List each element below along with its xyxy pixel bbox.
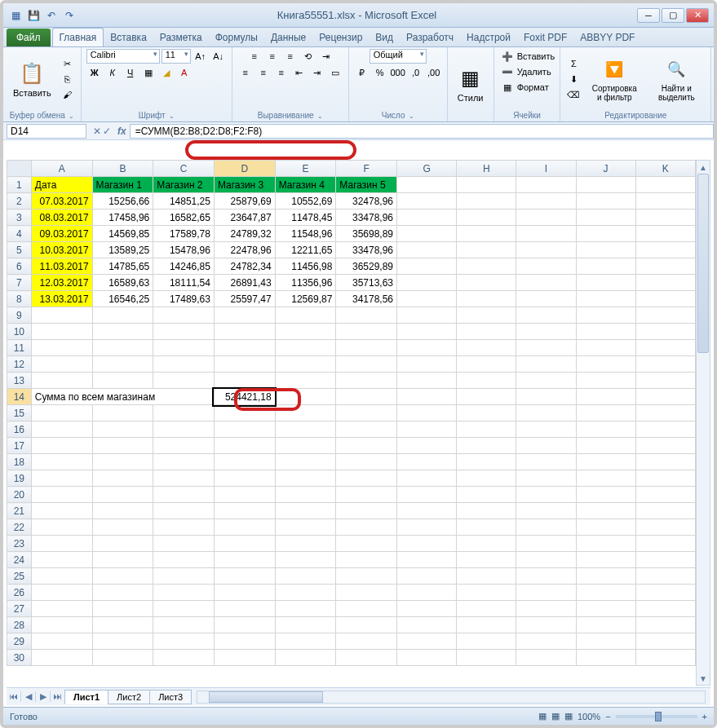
cell[interactable]: 11.03.2017 — [31, 258, 92, 275]
cell[interactable]: 15478,96 — [153, 242, 215, 258]
col-E[interactable]: E — [275, 161, 336, 177]
sheet-tab-2[interactable]: Лист2 — [108, 690, 150, 704]
cell[interactable]: 12211,65 — [275, 242, 336, 258]
col-D[interactable]: D — [214, 161, 275, 177]
cell[interactable]: Дата — [31, 177, 92, 193]
clear-icon[interactable]: ⌫ — [565, 87, 582, 102]
cell[interactable]: 11356,96 — [275, 275, 336, 291]
tab-layout[interactable]: Разметка — [153, 29, 209, 46]
file-tab[interactable]: Файл — [7, 29, 51, 46]
cell[interactable]: 25879,69 — [214, 193, 275, 210]
fill-icon[interactable]: ⬇ — [565, 72, 582, 86]
align-right-icon[interactable]: ≡ — [273, 65, 290, 80]
align-top-icon[interactable]: ≡ — [246, 49, 263, 64]
cell[interactable]: 16582,65 — [153, 210, 215, 226]
scroll-down-icon[interactable]: ▼ — [697, 672, 710, 685]
styles-button[interactable]: ▦ Стили — [453, 64, 489, 104]
tab-view[interactable]: Вид — [369, 29, 400, 46]
grow-font-icon[interactable]: A↑ — [193, 49, 209, 64]
cell[interactable]: 11456,98 — [275, 258, 336, 275]
cell[interactable]: 12.03.2017 — [31, 275, 92, 291]
sum-value-cell[interactable]: 524421,18 — [214, 389, 275, 405]
indent-dec-icon[interactable]: ⇤ — [291, 65, 308, 80]
enter-formula-icon[interactable]: ✓ — [103, 126, 111, 137]
format-icon[interactable]: ▦ — [499, 80, 516, 95]
cell[interactable]: 13589,25 — [92, 242, 153, 258]
view-break-icon[interactable]: ▦ — [564, 711, 573, 721]
col-I[interactable]: I — [516, 161, 576, 177]
name-box[interactable]: D14 — [7, 124, 86, 139]
cell[interactable]: 36529,89 — [336, 258, 397, 275]
close-button[interactable]: ✕ — [686, 8, 709, 23]
prev-sheet-icon[interactable]: ◀ — [21, 691, 36, 702]
worksheet-area[interactable]: A B C D E F G H I J K 1 Дата Магазин 1 М… — [7, 160, 696, 686]
merge-icon[interactable]: ▭ — [327, 65, 343, 80]
cell[interactable]: 14569,85 — [92, 226, 153, 242]
minimize-button[interactable]: ─ — [637, 8, 660, 23]
cell[interactable]: 09.03.2017 — [31, 226, 92, 242]
align-middle-icon[interactable]: ≡ — [264, 49, 281, 64]
cell[interactable]: 11548,96 — [275, 226, 336, 242]
tab-insert[interactable]: Вставка — [104, 29, 153, 46]
formula-input[interactable]: =СУММ(B2:B8;D2:D8;F2:F8) — [130, 124, 714, 139]
cell[interactable]: 14246,85 — [153, 258, 215, 275]
inc-decimal-icon[interactable]: ,0 — [408, 65, 424, 80]
cell[interactable]: Магазин 2 — [153, 177, 215, 193]
comma-icon[interactable]: 000 — [390, 65, 406, 80]
tab-formulas[interactable]: Формулы — [209, 29, 264, 46]
find-select-button[interactable]: 🔍 Найти и выделить — [647, 55, 706, 104]
cell[interactable]: 12569,87 — [275, 291, 336, 307]
cell[interactable]: 18111,54 — [153, 275, 215, 291]
next-sheet-icon[interactable]: ▶ — [36, 691, 51, 702]
cell[interactable]: 25597,47 — [214, 291, 275, 307]
col-J[interactable]: J — [576, 161, 635, 177]
bold-icon[interactable]: Ж — [86, 65, 103, 80]
align-left-icon[interactable]: ≡ — [237, 65, 254, 80]
cell[interactable]: 14851,25 — [153, 193, 215, 210]
tab-developer[interactable]: Разработч — [400, 29, 460, 46]
vertical-scrollbar[interactable]: ▲ ▼ — [696, 160, 710, 686]
zoom-slider[interactable] — [616, 715, 697, 718]
fill-color-icon[interactable]: ◢ — [158, 65, 175, 80]
tab-data[interactable]: Данные — [264, 29, 312, 46]
delete-icon[interactable]: ➖ — [499, 64, 516, 79]
hscroll-thumb[interactable] — [209, 691, 323, 703]
zoom-level[interactable]: 100% — [578, 712, 600, 721]
border-icon[interactable]: ▦ — [140, 65, 157, 80]
col-H[interactable]: H — [457, 161, 516, 177]
font-name-combo[interactable]: Calibri — [86, 49, 160, 64]
sheet-tab-3[interactable]: Лист3 — [149, 690, 192, 704]
cell[interactable]: 35698,89 — [336, 226, 397, 242]
paste-button[interactable]: 📋 Вставить — [8, 59, 56, 99]
font-color-icon[interactable]: A — [176, 65, 193, 80]
cell[interactable]: 10.03.2017 — [31, 242, 92, 258]
sum-label-cell[interactable]: Сумма по всем магазинам — [31, 389, 214, 405]
cell[interactable]: Магазин 3 — [214, 177, 275, 193]
format-painter-icon[interactable]: 🖌 — [60, 87, 76, 102]
cell[interactable]: 17589,78 — [153, 226, 215, 242]
col-C[interactable]: C — [153, 161, 215, 177]
sheet-tab-1[interactable]: Лист1 — [64, 690, 108, 704]
undo-icon[interactable]: ↶ — [44, 8, 59, 23]
redo-icon[interactable]: ↷ — [62, 8, 77, 23]
scroll-thumb[interactable] — [697, 174, 709, 353]
cancel-formula-icon[interactable]: ✕ — [93, 126, 101, 137]
tab-addins[interactable]: Надстрой — [460, 29, 517, 46]
cell[interactable]: 24789,32 — [214, 226, 275, 242]
tab-abbyy[interactable]: ABBYY PDF — [573, 29, 641, 46]
autosum-icon[interactable]: Σ — [565, 56, 582, 71]
tab-home[interactable]: Главная — [52, 28, 104, 46]
col-G[interactable]: G — [397, 161, 457, 177]
underline-icon[interactable]: Ч — [122, 65, 139, 80]
currency-icon[interactable]: ₽ — [354, 65, 370, 80]
cell[interactable]: 11478,45 — [275, 210, 336, 226]
cell[interactable]: 16546,25 — [92, 291, 153, 307]
cell[interactable]: 34178,56 — [336, 291, 397, 307]
font-size-combo[interactable]: 11 — [162, 49, 191, 64]
cell[interactable]: 23647,87 — [214, 210, 275, 226]
zoom-knob[interactable] — [655, 712, 662, 721]
align-center-icon[interactable]: ≡ — [255, 65, 272, 80]
save-icon[interactable]: 💾 — [26, 8, 41, 23]
sort-filter-button[interactable]: 🔽 Сортировка и фильтр — [585, 55, 644, 104]
copy-icon[interactable]: ⎘ — [60, 72, 76, 86]
